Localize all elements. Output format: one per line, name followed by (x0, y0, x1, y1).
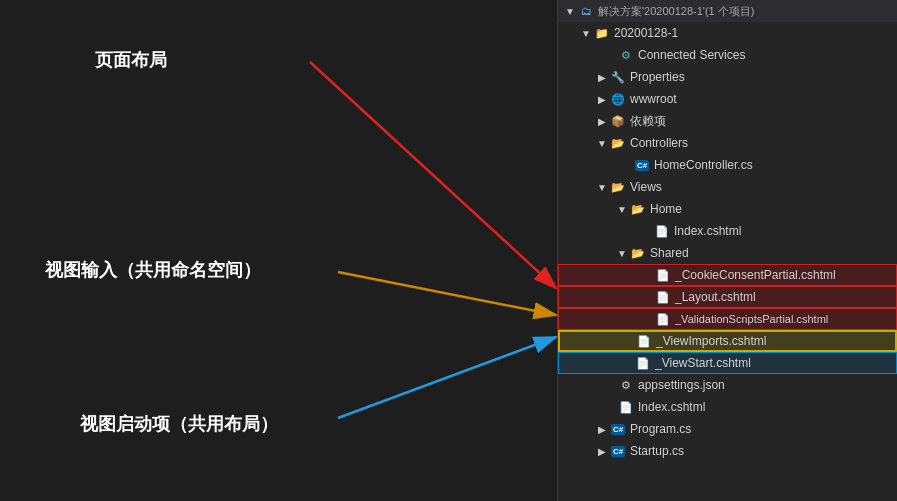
wwwroot-row[interactable]: ▶ 🌐 wwwroot (558, 88, 897, 110)
controllers-expand[interactable]: ▼ (594, 138, 610, 149)
dependencies-row[interactable]: ▶ 📦 依赖项 (558, 110, 897, 132)
appsettings-row[interactable]: ⚙ appsettings.json (558, 374, 897, 396)
connected-services-icon: ⚙ (618, 47, 634, 63)
orange-arrow (338, 272, 556, 315)
home-folder-label: Home (650, 202, 682, 216)
program-expand[interactable]: ▶ (594, 424, 610, 435)
blue-arrow (338, 337, 556, 418)
solution-icon: 🗂 (578, 3, 594, 19)
view-input-label: 视图输入（共用命名空间） (45, 258, 261, 282)
viewstart-row[interactable]: 📄 _ViewStart.cshtml (558, 352, 897, 374)
wwwroot-expand[interactable]: ▶ (594, 94, 610, 105)
home-folder-expand[interactable]: ▼ (614, 204, 630, 215)
layout-label: _Layout.cshtml (675, 290, 756, 304)
shared-folder-icon: 📂 (630, 245, 646, 261)
wwwroot-icon: 🌐 (610, 91, 626, 107)
index-cshtml-icon: 📄 (654, 223, 670, 239)
viewimports-icon: 📄 (636, 333, 652, 349)
validation-partial-label: _ValidationScriptsPartial.cshtml (675, 313, 828, 325)
properties-expand[interactable]: ▶ (594, 72, 610, 83)
homecontroller-label: HomeController.cs (654, 158, 753, 172)
properties-row[interactable]: ▶ 🔧 Properties (558, 66, 897, 88)
connected-services-label: Connected Services (638, 48, 745, 62)
shared-folder-expand[interactable]: ▼ (614, 248, 630, 259)
solution-header-row: ▼ 🗂 解决方案'20200128-1'(1 个项目) (558, 0, 897, 22)
home-folder-row[interactable]: ▼ 📂 Home (558, 198, 897, 220)
red-arrow (310, 62, 556, 288)
controllers-row[interactable]: ▼ 📂 Controllers (558, 132, 897, 154)
solution-expand[interactable]: ▼ (562, 6, 578, 17)
startup-row[interactable]: ▶ C# Startup.cs (558, 440, 897, 462)
cookie-partial-row[interactable]: 📄 _CookieConsentPartial.cshtml (558, 264, 897, 286)
layout-row[interactable]: 📄 _Layout.cshtml (558, 286, 897, 308)
shared-folder-row[interactable]: ▼ 📂 Shared (558, 242, 897, 264)
program-row[interactable]: ▶ C# Program.cs (558, 418, 897, 440)
project-row[interactable]: ▼ 📁 20200128-1 (558, 22, 897, 44)
layout-icon: 📄 (655, 289, 671, 305)
dependencies-expand[interactable]: ▶ (594, 116, 610, 127)
validation-partial-icon: 📄 (655, 311, 671, 327)
page-layout-label: 页面布局 (95, 48, 167, 72)
solution-label: 解决方案'20200128-1'(1 个项目) (598, 4, 754, 19)
homecontroller-row[interactable]: C# HomeController.cs (558, 154, 897, 176)
homecontroller-icon: C# (634, 157, 650, 173)
index-root-row[interactable]: 📄 Index.cshtml (558, 396, 897, 418)
solution-explorer: ▼ 🗂 解决方案'20200128-1'(1 个项目) ▼ 📁 20200128… (557, 0, 897, 501)
appsettings-icon: ⚙ (618, 377, 634, 393)
validation-partial-row[interactable]: 📄 _ValidationScriptsPartial.cshtml (558, 308, 897, 330)
properties-label: Properties (630, 70, 685, 84)
index-root-label: Index.cshtml (638, 400, 705, 414)
properties-icon: 🔧 (610, 69, 626, 85)
project-expand[interactable]: ▼ (578, 28, 594, 39)
dependencies-label: 依赖项 (630, 113, 666, 130)
controllers-label: Controllers (630, 136, 688, 150)
shared-folder-label: Shared (650, 246, 689, 260)
index-cshtml-label: Index.cshtml (674, 224, 741, 238)
dependencies-icon: 📦 (610, 113, 626, 129)
program-icon: C# (610, 421, 626, 437)
index-cshtml-row[interactable]: 📄 Index.cshtml (558, 220, 897, 242)
annotation-area: 页面布局 视图输入（共用命名空间） 视图启动项（共用布局） (0, 0, 560, 501)
wwwroot-label: wwwroot (630, 92, 677, 106)
cookie-partial-label: _CookieConsentPartial.cshtml (675, 268, 836, 282)
startup-icon: C# (610, 443, 626, 459)
views-icon: 📂 (610, 179, 626, 195)
project-icon: 📁 (594, 25, 610, 41)
index-root-icon: 📄 (618, 399, 634, 415)
startup-expand[interactable]: ▶ (594, 446, 610, 457)
project-label: 20200128-1 (614, 26, 678, 40)
view-start-label: 视图启动项（共用布局） (80, 412, 278, 436)
viewstart-label: _ViewStart.cshtml (655, 356, 751, 370)
cookie-partial-icon: 📄 (655, 267, 671, 283)
home-folder-icon: 📂 (630, 201, 646, 217)
views-label: Views (630, 180, 662, 194)
viewimports-row[interactable]: 📄 _ViewImports.cshtml (558, 330, 897, 352)
connected-services-row[interactable]: ⚙ Connected Services (558, 44, 897, 66)
views-expand[interactable]: ▼ (594, 182, 610, 193)
viewimports-label: _ViewImports.cshtml (656, 334, 766, 348)
appsettings-label: appsettings.json (638, 378, 725, 392)
viewstart-icon: 📄 (635, 355, 651, 371)
program-label: Program.cs (630, 422, 691, 436)
views-row[interactable]: ▼ 📂 Views (558, 176, 897, 198)
controllers-icon: 📂 (610, 135, 626, 151)
startup-label: Startup.cs (630, 444, 684, 458)
